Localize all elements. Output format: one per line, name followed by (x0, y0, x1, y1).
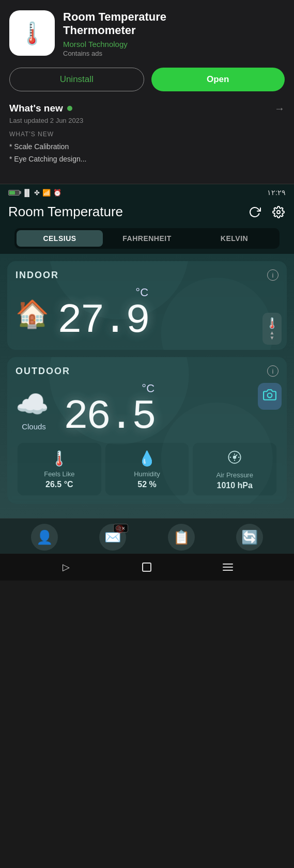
app-store-section: 🌡️ Room Temperature Thermometer Morsol T… (0, 0, 294, 184)
feels-like-value: 26.5 °C (45, 480, 73, 489)
indoor-temp-display: 🏠 °C 27.9 (16, 286, 278, 342)
tab-bar: CELSIUS FAHRENHEIT KELVIN (14, 228, 280, 249)
last-updated: Last updated 2 Jun 2023 (9, 117, 285, 124)
indoor-title: INDOOR (16, 270, 59, 281)
outdoor-temp-display: ☁️ Clouds °C 26.5 (16, 382, 278, 438)
nav-refresh[interactable]: 🔄 (236, 524, 263, 551)
alarm-icon: ⏰ (53, 189, 61, 197)
indoor-panel: INDOOR i 🏠 °C 27.9 🌡️ ▲ ▼ (7, 261, 287, 350)
refresh-nav-symbol: 🔄 (241, 529, 258, 545)
app-header: 🌡️ Room Temperature Thermometer Morsol T… (9, 10, 285, 57)
whats-new-items-label: WHAT'S NEW (9, 131, 285, 138)
screenshot-button[interactable] (258, 383, 282, 410)
menu-line-3 (223, 570, 233, 571)
indoor-info-button[interactable]: i (267, 269, 278, 281)
signal-icon: ▐▌ (22, 189, 32, 197)
top-icons (247, 205, 286, 219)
pressure-label: Air Pressure (216, 471, 253, 479)
battery-fill (9, 191, 15, 195)
whats-new-label: What's new (9, 103, 63, 114)
menu-line-2 (223, 567, 233, 568)
feels-like-cell: 🌡️ Feels Like 26.5 °C (18, 443, 101, 495)
cloud-group: ☁️ Clouds (16, 389, 52, 431)
home-square-icon (142, 562, 151, 572)
app-icon: 🌡️ (9, 10, 55, 56)
profile-icon-symbol: 👤 (36, 529, 53, 545)
top-bar: Room Temperature (0, 199, 294, 225)
cloud-icon: ☁️ (16, 389, 49, 420)
whats-new-header: What's new → (9, 103, 285, 115)
humidity-value: 52 % (137, 480, 156, 489)
pressure-value: 1010 hPa (216, 481, 252, 490)
house-icon: 🏠 (16, 298, 49, 330)
page-title: Room Temperature (8, 204, 123, 220)
whats-new-items: * Scale Calibration * Eye Catching desig… (9, 141, 285, 166)
indoor-temp-value: 27.9 (57, 300, 148, 342)
nav-profile[interactable]: 👤 (31, 524, 58, 551)
status-icons: ▐▌ ✤ 📶 ⏰ (8, 189, 61, 197)
whats-new-section: What's new → Last updated 2 Jun 2023 WHA… (9, 103, 285, 166)
nav-clipboard[interactable]: 📋 (168, 524, 195, 551)
tab-kelvin[interactable]: KELVIN (191, 230, 277, 247)
data-icon: ✤ (34, 189, 40, 197)
status-bar: ▐▌ ✤ 📶 ⏰ ١٢:٢٩ (0, 184, 294, 199)
nav-mail[interactable]: ✉️ 1 ⓘ ✕ (99, 524, 126, 551)
menu-button[interactable] (221, 560, 235, 574)
outdoor-panel: OUTDOOR i ☁️ Clouds °C 26.5 (7, 357, 287, 504)
outdoor-title: OUTDOOR (16, 366, 70, 377)
ad-close-button[interactable]: ✕ (121, 526, 126, 531)
refresh-nav-icon[interactable]: 🔄 (236, 524, 263, 551)
indoor-temp-unit-area: °C 27.9 (57, 286, 148, 342)
tab-celsius[interactable]: CELSIUS (17, 230, 103, 247)
app-title-line2: Thermometer (63, 24, 136, 37)
thermometer-widget[interactable]: 🌡️ ▲ ▼ (262, 313, 282, 345)
humidity-label: Humidity (134, 470, 160, 478)
system-nav: ▷ (0, 554, 294, 581)
app-title: Room Temperature Thermometer (63, 10, 285, 38)
outdoor-panel-header: OUTDOOR i (16, 365, 278, 377)
thermo-arrows: ▲ ▼ (270, 330, 275, 341)
outdoor-temp-unit-area: °C 26.5 (64, 382, 154, 438)
humidity-icon: 💧 (138, 450, 156, 467)
thermometer-icon: 🌡️ (266, 317, 278, 329)
settings-button[interactable] (271, 205, 286, 219)
outdoor-info-button[interactable]: i (267, 365, 278, 377)
app-title-line1: Room Temperature (63, 10, 166, 23)
clipboard-icon[interactable]: 📋 (168, 524, 195, 551)
app-icon-emoji: 🌡️ (19, 21, 45, 46)
feels-like-label: Feels Like (44, 470, 74, 478)
app-developer[interactable]: Morsol Technology (63, 40, 285, 49)
svg-point-0 (277, 211, 280, 214)
humidity-cell: 💧 Humidity 52 % (105, 443, 189, 495)
home-button[interactable] (140, 560, 154, 574)
stats-row: 🌡️ Feels Like 26.5 °C 💧 Humidity 52 % (16, 443, 278, 495)
green-dot (67, 106, 72, 111)
weather-area: INDOOR i 🏠 °C 27.9 🌡️ ▲ ▼ (0, 254, 294, 518)
pressure-cell: Air Pressure 1010 hPa (193, 443, 276, 495)
refresh-button[interactable] (247, 205, 262, 219)
menu-line-1 (223, 564, 233, 565)
wifi-icon: 📶 (42, 189, 51, 197)
app-contains-ads: Contains ads (63, 50, 285, 57)
bottom-nav: 👤 ✉️ 1 ⓘ ✕ 📋 🔄 (0, 518, 294, 554)
battery-icon (8, 190, 20, 196)
open-button[interactable]: Open (151, 68, 285, 91)
ad-label: ⓘ (116, 525, 120, 532)
clipboard-icon-symbol: 📋 (173, 529, 190, 545)
nav-items: 👤 ✉️ 1 ⓘ ✕ 📋 🔄 (0, 524, 294, 551)
uninstall-button[interactable]: Uninstall (9, 68, 144, 91)
svg-point-3 (234, 456, 236, 459)
ad-badge: ⓘ ✕ (113, 524, 128, 533)
app-info: Room Temperature Thermometer Morsol Tech… (63, 10, 285, 57)
pressure-icon (227, 450, 242, 468)
battery-tip (20, 191, 21, 194)
indoor-panel-header: INDOOR i (16, 269, 278, 281)
profile-icon[interactable]: 👤 (31, 524, 58, 551)
weather-label: Clouds (22, 422, 46, 431)
app-buttons: Uninstall Open (9, 68, 285, 91)
back-button[interactable]: ▷ (59, 560, 73, 574)
whats-new-arrow-icon[interactable]: → (274, 103, 285, 115)
tab-fahrenheit[interactable]: FAHRENHEIT (104, 230, 190, 247)
outdoor-temp-value: 26.5 (64, 396, 154, 438)
feels-like-icon: 🌡️ (50, 450, 68, 467)
